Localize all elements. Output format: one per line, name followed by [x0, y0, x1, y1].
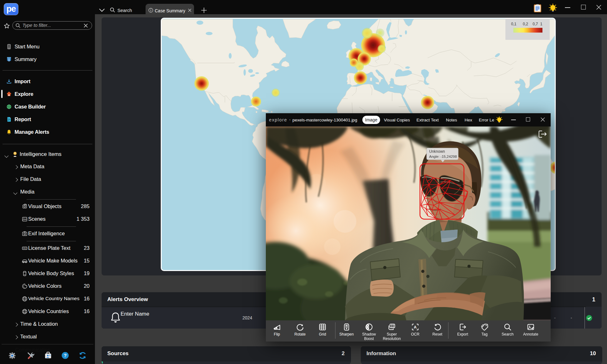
svg-text:AB12: AB12	[23, 248, 27, 249]
svg-text:Unknown: Unknown	[429, 149, 445, 154]
svg-text:A: A	[414, 325, 416, 330]
svg-text:?: ?	[64, 353, 66, 358]
svg-text:Angle: -15,24298: Angle: -15,24298	[429, 155, 457, 158]
